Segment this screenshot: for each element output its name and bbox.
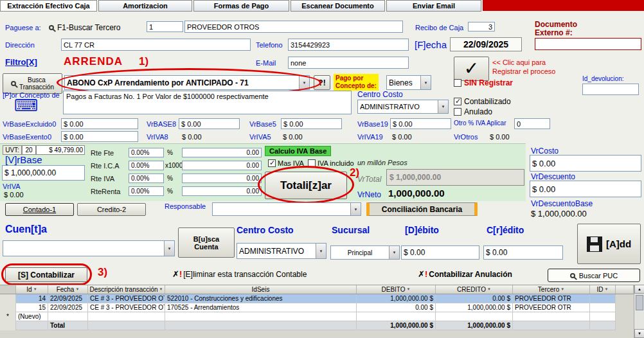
recibo-de-caja-input[interactable]: 3: [468, 22, 495, 31]
add-button[interactable]: [A]dd: [577, 224, 641, 264]
mas-iva-checkbox[interactable]: Mas IVA: [268, 159, 304, 167]
col-header-descripcion[interactable]: Descripción transacción▼: [88, 285, 165, 294]
cuenta-select[interactable]: ▼: [3, 240, 175, 256]
cell-debito: 0.00 $: [357, 303, 436, 312]
tipo-transaccion-select[interactable]: ABONO CxP Arrendamiento por ANTICIPADO -…: [64, 75, 310, 90]
buscar-puc-button[interactable]: Buscar PUC: [548, 269, 640, 282]
cell-id2: [590, 321, 616, 330]
responsable-select[interactable]: ▼: [212, 202, 361, 216]
table-row-selected[interactable]: 14 22/09/2025 CE # 3 - PROVEEDOR OTROS 5…: [0, 294, 616, 303]
vrcosto-input[interactable]: $ 0.00: [530, 155, 641, 172]
registrar-proceso-button[interactable]: ✓: [454, 57, 489, 81]
col-header-fecha[interactable]: Fecha▼: [48, 285, 88, 294]
ayuda-transaccion-button[interactable]: ?!: [314, 75, 330, 90]
chevron-down-icon: ▼: [438, 100, 448, 113]
credito-button[interactable]: Credito-2: [77, 203, 146, 216]
pago-concepto-select[interactable]: Bienes▼: [386, 75, 431, 90]
sort-icon: ▼: [487, 285, 491, 294]
otro-iva-input[interactable]: 0: [514, 118, 550, 129]
row-selector[interactable]: [0, 294, 16, 303]
centro-costo-select[interactable]: ADMINISTRATIVO▼: [357, 100, 449, 114]
scroll-down-button[interactable]: ▼: [634, 329, 644, 338]
col-header-id[interactable]: Id▼: [16, 285, 48, 294]
scroll-thumb[interactable]: [636, 295, 643, 310]
vrbaseexento0-input[interactable]: $ 0.00: [61, 131, 138, 142]
cell-fecha: 22/09/2025: [48, 294, 88, 303]
vriva5-label: VrIVA5: [249, 133, 271, 141]
conciliacion-bancaria-button[interactable]: Conciliación Bancaria: [366, 202, 478, 216]
vrbaseexento0-label: VrBaseExento0: [3, 133, 51, 141]
contabilizar-anulacion-link[interactable]: ✗!Contabilizar Anulación: [418, 269, 512, 279]
totalizar-button[interactable]: Totali[z]ar: [265, 172, 347, 199]
eliminar-transaccion-link[interactable]: ✗![E]liminar esta transacción Contable: [172, 269, 307, 279]
uvt-label: UVT:: [3, 145, 22, 155]
contabilizar-button[interactable]: [S] Contabilizar: [5, 267, 87, 282]
vrbase-input[interactable]: $ 1,000,000.00: [2, 165, 85, 181]
tercero-code-input[interactable]: 1: [147, 21, 183, 32]
col-header-idseis[interactable]: IdSeis: [165, 285, 357, 294]
scrollbar-down-icon: ▼: [638, 332, 641, 335]
new-row-marker[interactable]: *: [0, 312, 16, 321]
direccion-input[interactable]: CL 77 CR: [61, 39, 251, 51]
iva-incluido-checkbox[interactable]: IVA incluido: [308, 159, 354, 167]
vrtotal-display: $ 1,000,000.00: [386, 169, 524, 186]
col-header-tercero[interactable]: Tercero▼: [513, 285, 590, 294]
vrbaseexcluido0-input[interactable]: $ 0.00: [61, 118, 138, 129]
table-row-new[interactable]: * (Nuevo): [0, 312, 616, 321]
scroll-up-button[interactable]: ▲: [634, 285, 644, 294]
vrbase8-input[interactable]: $ 0.00: [179, 118, 240, 129]
rte-ica-pct-input[interactable]: 0.00%: [129, 161, 164, 170]
tab-formas-de-pago[interactable]: Formas de Pago: [193, 0, 289, 12]
rte-fte-pct-input[interactable]: 0.00%: [129, 148, 164, 157]
calculo-iva-base-header: Calculo IVA Base: [265, 146, 331, 156]
rte-renta-pct-input[interactable]: 0.00%: [129, 186, 164, 196]
table-row[interactable]: 15 22/09/2025 CE # 3 - PROVEEDOR OTROS 1…: [0, 303, 616, 312]
rte-iva-pct-input[interactable]: 0.00%: [129, 173, 164, 183]
id-devolucion-label: Id_devolucion:: [582, 75, 624, 82]
vrbase5-input[interactable]: $ 0.00: [281, 118, 342, 129]
tab-extraccion-efectivo-caja[interactable]: Extracción Efectivo Caja: [0, 0, 97, 12]
fecha-label: [F]echa: [415, 39, 447, 50]
id-devolucion-input[interactable]: [582, 84, 639, 95]
buscar-tercero-control[interactable]: F1-Buscar Tercero: [49, 23, 120, 32]
sort-icon: ▼: [407, 285, 411, 294]
keyboard-icon: ⌨: [14, 97, 39, 114]
busca-cuenta-button[interactable]: B[u]scaCuenta: [178, 227, 235, 258]
tab-enviar-email[interactable]: Enviar Email: [386, 0, 481, 12]
contabilizado-checkbox[interactable]: Contabilizado: [454, 97, 511, 106]
cuenta-centro-costo-select[interactable]: ADMINISTRATIVO▼: [237, 243, 326, 259]
vrdescuentobase-label: VrDescuentoBase: [531, 199, 593, 208]
tab-escanear-documento[interactable]: Escanear Documento: [291, 0, 385, 12]
tab-label: Extracción Efectivo Caja: [7, 2, 89, 10]
grid-scrollbar[interactable]: ▲ ▼: [634, 285, 644, 338]
vrbase19-input[interactable]: $ 0.00: [390, 118, 451, 129]
sin-registrar-checkbox[interactable]: SIN Registrar: [454, 78, 513, 87]
tercero-name-input[interactable]: PROVEEDOR OTROS: [184, 21, 403, 33]
col-header-id2[interactable]: ID▼: [590, 285, 616, 294]
contado-button[interactable]: Contado-1: [5, 203, 74, 216]
email-input[interactable]: none: [288, 57, 409, 69]
telefono-input[interactable]: 3154429923: [288, 39, 409, 51]
col-header-selector: [0, 285, 16, 294]
col-header-credito[interactable]: CREDITO▼: [436, 285, 513, 294]
anulado-checkbox[interactable]: Anulado: [454, 107, 492, 116]
table-row-total: Total 1,000,000.00 $ 1,000,000.00 $: [0, 321, 616, 330]
documento-externo-input[interactable]: [535, 38, 641, 50]
filtro-label[interactable]: Filtro[X]: [5, 57, 37, 67]
cell-tercero: [513, 312, 590, 321]
credito-input[interactable]: $ 0.00: [483, 245, 563, 260]
fecha-input[interactable]: 22/09/2025: [450, 37, 522, 51]
registrar-hint: << Clic aqui paraRegistrar el proceso: [492, 58, 555, 76]
x-icon: ✗: [172, 269, 179, 279]
row-selector[interactable]: [0, 303, 16, 312]
vrdescuento-input[interactable]: $ 0.00: [530, 181, 641, 197]
email-label: E-Mail: [256, 59, 276, 67]
tab-amortizacion[interactable]: Amortizacion: [98, 0, 192, 12]
debito-input[interactable]: $ 0.00: [401, 245, 479, 260]
sucursal-select[interactable]: Principal▼: [330, 245, 400, 260]
vriva19-label: VrIVA19: [357, 133, 383, 141]
million-note: un millón Pesos: [357, 159, 407, 166]
cell-descripcion: CE # 3 - PROVEEDOR OTROS: [88, 303, 165, 312]
col-header-debito[interactable]: DEBITO▼: [357, 285, 436, 294]
concepto-input[interactable]: Pagos a Facturas No. 1 Por Valor de $100…: [63, 91, 352, 114]
